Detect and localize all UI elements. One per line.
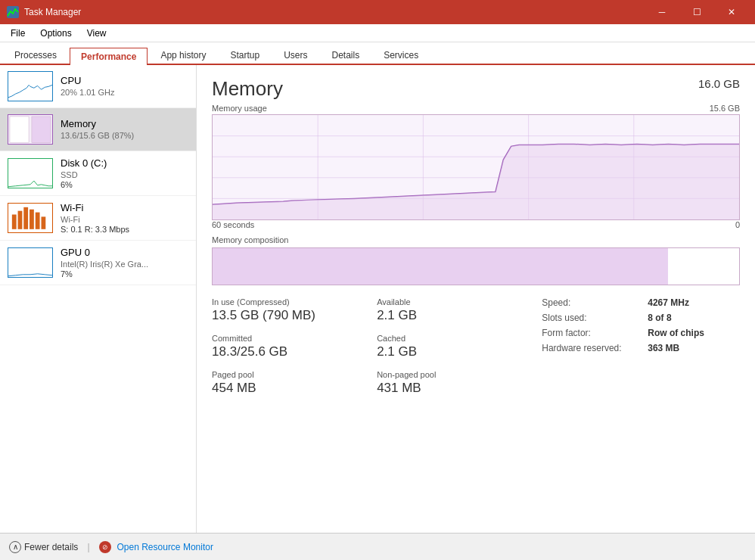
memory-chart	[212, 114, 740, 220]
window-controls: ─ ☐ ✕	[645, 0, 749, 24]
svg-rect-8	[18, 211, 23, 229]
disk-type: SSD	[61, 170, 188, 179]
speed-label: Speed:	[542, 297, 648, 308]
disk-name: Disk 0 (C:)	[61, 157, 188, 169]
wifi-thumbnail	[8, 203, 53, 233]
chart-usage-label: Memory usage	[212, 104, 267, 113]
chart-time-row: 60 seconds 0	[212, 220, 740, 229]
stat-non-paged-pool: Non-paged pool 431 MB	[377, 370, 542, 396]
available-label: Available	[377, 297, 542, 306]
stat-in-use: In use (Compressed) 13.5 GB (790 MB)	[212, 297, 377, 323]
mem-comp-in-use	[213, 248, 668, 285]
tab-details[interactable]: Details	[320, 46, 371, 64]
menu-bar: File Options View	[0, 24, 755, 42]
sidebar-item-disk[interactable]: Disk 0 (C:) SSD 6%	[0, 151, 196, 196]
in-use-value: 13.5 GB (790 MB)	[212, 308, 377, 323]
bottom-bar: ∧ Fewer details | ⊘ Open Resource Monito…	[0, 533, 755, 560]
chart-label-row: Memory usage 15.6 GB	[212, 104, 740, 113]
gpu-info: GPU 0 Intel(R) Iris(R) Xe Gra... 7%	[61, 247, 188, 278]
stat-paged-pool: Paged pool 454 MB	[212, 370, 377, 396]
fewer-details-label: Fewer details	[24, 542, 78, 552]
hw-reserved-value: 363 MB	[648, 343, 679, 353]
cpu-name: CPU	[61, 75, 188, 86]
committed-value: 18.3/25.6 GB	[212, 344, 377, 359]
mem-comp-available	[668, 248, 739, 285]
disk-info: Disk 0 (C:) SSD 6%	[61, 157, 188, 189]
slots-value: 8 of 8	[648, 313, 671, 323]
title-bar: Task Manager ─ ☐ ✕	[0, 0, 755, 24]
svg-rect-5	[8, 159, 52, 188]
info-speed: Speed: 4267 MHz	[542, 297, 740, 308]
svg-rect-4	[32, 117, 51, 143]
sidebar-item-wifi[interactable]: Wi-Fi Wi-Fi S: 0.1 R: 3.3 Mbps	[0, 196, 196, 241]
stat-committed: Committed 18.3/25.6 GB	[212, 334, 377, 359]
stat-col-left: In use (Compressed) 13.5 GB (790 MB) Com…	[212, 297, 377, 406]
form-label: Form factor:	[542, 328, 648, 338]
minimize-button[interactable]: ─	[645, 0, 679, 24]
slots-label: Slots used:	[542, 313, 648, 323]
fewer-details-button[interactable]: ∧ Fewer details	[9, 541, 78, 553]
tab-startup[interactable]: Startup	[219, 46, 271, 64]
app-title: Task Manager	[24, 7, 645, 17]
info-slots: Slots used: 8 of 8	[542, 313, 740, 323]
content-header: Memory 16.0 GB	[212, 77, 740, 101]
svg-rect-0	[7, 6, 19, 18]
cpu-info: CPU 20% 1.01 GHz	[61, 75, 188, 98]
menu-options[interactable]: Options	[33, 26, 79, 40]
sidebar-item-cpu[interactable]: CPU 20% 1.01 GHz	[0, 65, 196, 108]
close-button[interactable]: ✕	[714, 0, 749, 24]
mem-comp-label: Memory composition	[212, 235, 740, 244]
info-hw-reserved: Hardware reserved: 363 MB	[542, 343, 740, 353]
sidebar-item-gpu[interactable]: GPU 0 Intel(R) Iris(R) Xe Gra... 7%	[0, 241, 196, 285]
open-resource-monitor-link[interactable]: Open Resource Monitor	[117, 542, 213, 552]
in-use-label: In use (Compressed)	[212, 297, 377, 306]
tab-bar: Processes Performance App history Startu…	[0, 42, 755, 65]
tab-services[interactable]: Services	[372, 46, 430, 64]
wifi-name: Wi-Fi	[61, 202, 188, 213]
cached-value: 2.1 GB	[377, 344, 542, 359]
separator: |	[87, 542, 89, 552]
svg-rect-9	[23, 207, 28, 229]
gpu-name: GPU 0	[61, 247, 188, 258]
speed-value: 4267 MHz	[648, 297, 689, 308]
menu-file[interactable]: File	[3, 26, 33, 40]
paged-pool-value: 454 MB	[212, 381, 377, 396]
app-icon	[6, 5, 20, 19]
cpu-thumbnail	[8, 71, 53, 101]
page-title: Memory	[212, 77, 283, 101]
mem-comp-bar	[212, 247, 740, 285]
paged-pool-label: Paged pool	[212, 370, 377, 379]
tab-users[interactable]: Users	[272, 46, 318, 64]
disk-usage: 6%	[61, 180, 188, 189]
svg-rect-11	[36, 213, 40, 229]
chart-time-right: 0	[735, 220, 740, 229]
hw-reserved-label: Hardware reserved:	[542, 343, 648, 353]
tab-processes[interactable]: Processes	[3, 46, 68, 64]
wifi-type: Wi-Fi	[61, 215, 188, 224]
form-value: Row of chips	[648, 328, 704, 338]
restore-button[interactable]: ☐	[679, 0, 714, 24]
main-layout: CPU 20% 1.01 GHz Memory 13.6/15.6 GB (87…	[0, 65, 755, 533]
wifi-speed: S: 0.1 R: 3.3 Mbps	[61, 225, 188, 234]
committed-label: Committed	[212, 334, 377, 343]
wifi-info: Wi-Fi Wi-Fi S: 0.1 R: 3.3 Mbps	[61, 202, 188, 234]
chevron-up-icon: ∧	[9, 541, 21, 553]
available-value: 2.1 GB	[377, 308, 542, 323]
svg-rect-10	[30, 210, 34, 229]
cached-label: Cached	[377, 334, 542, 343]
stat-cached: Cached 2.1 GB	[377, 334, 542, 359]
stat-col-mid: Available 2.1 GB Cached 2.1 GB Non-paged…	[377, 297, 542, 406]
non-paged-pool-value: 431 MB	[377, 381, 542, 396]
tab-performance[interactable]: Performance	[70, 48, 148, 65]
cpu-usage: 20% 1.01 GHz	[61, 88, 188, 97]
sidebar-item-memory[interactable]: Memory 13.6/15.6 GB (87%)	[0, 108, 196, 151]
svg-rect-12	[41, 216, 45, 229]
chart-time-left: 60 seconds	[212, 220, 254, 229]
disk-thumbnail	[8, 158, 53, 188]
tab-app-history[interactable]: App history	[149, 46, 217, 64]
sidebar: CPU 20% 1.01 GHz Memory 13.6/15.6 GB (87…	[0, 65, 197, 533]
chart-max-label: 15.6 GB	[710, 104, 740, 113]
gpu-thumbnail	[8, 247, 53, 278]
memory-thumbnail	[8, 114, 53, 145]
menu-view[interactable]: View	[79, 26, 114, 40]
